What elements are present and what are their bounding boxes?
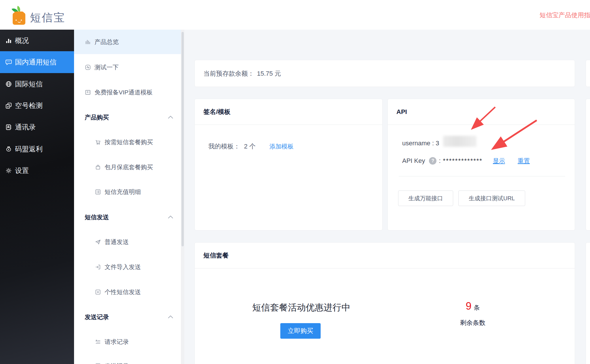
money-pouch-icon <box>5 146 12 153</box>
balance-label: 当前预存款余额： <box>203 69 254 78</box>
sidebar-item-label: 概况 <box>15 36 29 45</box>
card-header: 短信套餐 <box>195 243 575 268</box>
card-title: 签名/模板 <box>203 99 230 125</box>
submenu-item-label: 文件导入发送 <box>105 263 141 271</box>
sidebar-scrollbar-thumb[interactable] <box>181 32 184 246</box>
top-header: 短信宝 短信宝产品使用指南 <box>0 0 590 30</box>
remaining-count-block: 9条 剩余条数 <box>445 300 500 327</box>
sidebar-item-label: 空号检测 <box>15 101 43 110</box>
submenu-item-normal-send[interactable]: 普通发送 <box>74 236 181 248</box>
gear-icon <box>5 167 12 174</box>
contact-card-icon <box>5 124 12 131</box>
submenu-item-send-records[interactable]: 发送记录 <box>74 360 181 364</box>
submenu-item-personalized-send[interactable]: 个性短信发送 <box>74 286 181 298</box>
sidebar-item-domestic-sms[interactable]: 国内通用短信 <box>0 51 74 73</box>
template-summary-row: 我的模板： 2 个 添加模板 <box>208 141 294 152</box>
template-count-value: 2 个 <box>244 142 256 151</box>
card-title: API <box>396 99 407 125</box>
card-header: API <box>388 99 575 125</box>
sidebar-item-empty-number-check[interactable]: 空号检测 <box>0 95 74 116</box>
remaining-count-value: 9 <box>466 300 471 312</box>
submenu-section-send-records[interactable]: 发送记录 <box>74 311 181 323</box>
brand-name: 短信宝 <box>30 10 65 25</box>
submenu-section-product-purchase[interactable]: 产品购买 <box>74 112 181 123</box>
remaining-count-line: 9条 <box>445 300 500 312</box>
balance-card: 当前预存款余额： 15.75 元 <box>194 60 575 87</box>
vip-template-icon <box>85 89 91 96</box>
submenu-item-ondemand-package[interactable]: 按需短信套餐购买 <box>74 136 181 148</box>
request-list-icon <box>95 339 101 345</box>
template-count-label: 我的模板： <box>208 142 240 151</box>
submenu-item-label: 测试一下 <box>94 63 119 71</box>
balance-value: 15.75 元 <box>257 69 281 78</box>
clipped-card-edge <box>586 242 590 364</box>
submenu-item-request-records[interactable]: 请求记录 <box>74 336 181 348</box>
submenu-item-file-import-send[interactable]: 文件导入发送 <box>74 261 181 273</box>
generate-test-url-button[interactable]: 生成接口测试URL <box>458 190 525 206</box>
check-copy-icon <box>5 102 12 109</box>
sidebar-item-rebate[interactable]: 码盟返利 <box>0 138 74 160</box>
list-document-icon <box>95 189 101 195</box>
app-window: 短信宝 短信宝产品使用指南 概况 国内通用短信 国际短信 <box>0 0 590 364</box>
submenu-section-label: 产品购买 <box>85 113 109 121</box>
brand-logo[interactable]: 短信宝 <box>12 6 75 26</box>
cart-icon <box>95 139 101 145</box>
submenu-item-label: 个性短信发送 <box>105 288 141 296</box>
sidebar-item-settings[interactable]: 设置 <box>0 160 74 181</box>
sidebar-item-label: 国际短信 <box>15 79 43 89</box>
paper-plane-icon <box>95 239 101 245</box>
api-key-colon: : <box>439 157 440 165</box>
import-icon <box>95 264 101 270</box>
submenu-item-label: 按需短信套餐购买 <box>105 138 153 146</box>
submenu-item-monthly-package[interactable]: 包月保底套餐购买 <box>74 161 181 173</box>
submenu-item-label: 产品总览 <box>94 38 119 46</box>
sidebar-item-contacts[interactable]: 通讯录 <box>0 116 74 138</box>
username-text: username : 3 <box>402 140 439 147</box>
generate-universal-api-button[interactable]: 生成万能接口 <box>398 190 453 206</box>
globe-icon <box>5 81 12 87</box>
show-api-key-link[interactable]: 显示 <box>493 157 505 165</box>
submenu-item-label: 普通发送 <box>105 238 129 246</box>
bar-chart-icon <box>5 37 12 44</box>
submenu-item-label: 短信充值明细 <box>105 188 141 196</box>
chat-bubble-icon <box>5 59 12 66</box>
smsbao-logo-icon <box>12 8 27 25</box>
sidebar-item-label: 码盟返利 <box>15 144 43 154</box>
submenu-item-product-overview[interactable]: 产品总览 <box>74 30 181 54</box>
submenu-section-sms-send[interactable]: 短信发送 <box>74 211 181 223</box>
submenu-item-test[interactable]: 测试一下 <box>74 62 181 73</box>
remaining-count-label: 剩余条数 <box>445 319 500 327</box>
card-header: 签名/模板 <box>195 99 382 125</box>
api-username-row: username : 3 <box>402 138 439 149</box>
product-guide-link[interactable]: 短信宝产品使用指南 <box>540 11 590 20</box>
add-template-link[interactable]: 添加模板 <box>269 142 294 150</box>
stats-bars-icon <box>85 39 91 45</box>
chevron-up-icon[interactable] <box>168 315 173 319</box>
jar-body <box>13 13 25 25</box>
chevron-up-icon[interactable] <box>168 216 173 219</box>
sidebar-item-international-sms[interactable]: 国际短信 <box>0 73 74 95</box>
primary-sidebar: 概况 国内通用短信 国际短信 空号检测 <box>0 30 74 364</box>
reset-api-key-link[interactable]: 重置 <box>518 157 530 165</box>
submenu-item-label: 请求记录 <box>105 338 129 346</box>
sms-package-card: 短信套餐 短信套餐活动优惠进行中 立即购买 9条 剩余条数 <box>194 242 575 364</box>
sidebar-item-label: 通讯录 <box>15 123 36 132</box>
sidebar-item-overview[interactable]: 概况 <box>0 30 74 51</box>
card-title: 短信套餐 <box>203 243 229 268</box>
signature-template-card: 签名/模板 我的模板： 2 个 添加模板 <box>194 99 383 230</box>
chevron-up-icon[interactable] <box>168 116 173 119</box>
api-key-row: API Key ? : ************* 显示 重置 <box>402 155 530 167</box>
submenu-item-vip-template[interactable]: 免费报备VIP通道模板 <box>74 87 181 98</box>
remaining-count-unit: 条 <box>474 304 480 311</box>
balance-line: 当前预存款余额： 15.75 元 <box>203 60 281 87</box>
shopping-bag-icon <box>95 164 101 170</box>
clipped-card-edge <box>586 99 590 230</box>
buy-now-button[interactable]: 立即购买 <box>280 323 321 339</box>
api-card: API username : 3 API Key ? : ***********… <box>387 99 575 230</box>
submenu-item-recharge-detail[interactable]: 短信充值明细 <box>74 186 181 198</box>
submenu-item-label: 发送记录 <box>105 362 129 364</box>
help-question-icon[interactable]: ? <box>429 157 436 165</box>
username-redaction-blur <box>443 136 476 147</box>
package-promo-text: 短信套餐活动优惠进行中 <box>221 302 382 314</box>
list-document-icon <box>95 363 101 364</box>
